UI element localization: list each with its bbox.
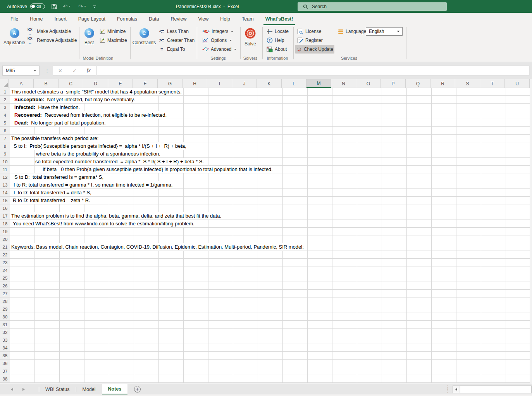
ribbon-tab-formulas[interactable]: Formulas <box>111 13 143 25</box>
name-box[interactable]: M95 <box>2 66 40 76</box>
column-header-p[interactable]: P <box>381 79 406 88</box>
options-button[interactable]: Options <box>201 36 233 45</box>
row-header-16[interactable]: 16 <box>0 204 10 212</box>
horizontal-scrollbar[interactable] <box>453 386 532 393</box>
adjustable-button[interactable]: A Adjustable <box>3 27 26 55</box>
minimize-button[interactable]: Minimize <box>98 27 127 36</box>
row-header-21[interactable]: 21 <box>0 243 10 251</box>
cell-text-row-7[interactable]: The possible transfers each period are: <box>11 135 100 142</box>
column-header-u[interactable]: U <box>505 79 530 88</box>
make-adjustable-button[interactable]: KX→ Make Adjustable <box>26 27 72 36</box>
sheet-tab-notes[interactable]: Notes <box>102 384 128 394</box>
advanced-button[interactable]: Advanced <box>201 45 238 54</box>
integers-button[interactable]: +01+ Integers <box>201 27 234 36</box>
row-header-34[interactable]: 34 <box>0 344 10 352</box>
row-header-24[interactable]: 24 <box>0 266 10 274</box>
ribbon-tab-what-sbest[interactable]: What'sBest! <box>260 13 299 25</box>
constraints-button[interactable]: C Constraints <box>132 27 156 55</box>
search-input[interactable] <box>312 4 436 9</box>
column-header-k[interactable]: K <box>257 79 282 88</box>
ribbon-tab-data[interactable]: Data <box>143 13 165 25</box>
redo-dropdown-icon[interactable]: ▾ <box>84 5 86 8</box>
column-header-g[interactable]: G <box>158 79 182 88</box>
ribbon-tab-help[interactable]: Help <box>214 13 236 25</box>
language-select[interactable]: English <box>366 27 403 36</box>
row-header-37[interactable]: 37 <box>0 367 10 375</box>
row-header-29[interactable]: 29 <box>0 305 10 313</box>
row-header-23[interactable]: 23 <box>0 259 10 266</box>
column-header-c[interactable]: C <box>59 79 83 88</box>
less-than-button[interactable]: <= Less Than <box>157 27 190 36</box>
cancel-icon[interactable]: ✕ <box>58 68 62 74</box>
row-header-8[interactable]: 8 <box>0 142 10 150</box>
cell-text-row-14[interactable]: I to D: total transferred = delta * S, <box>14 189 93 196</box>
row-header-14[interactable]: 14 <box>0 189 10 197</box>
column-header-b[interactable]: B <box>34 79 59 88</box>
ribbon-tab-page-layout[interactable]: Page Layout <box>72 13 111 25</box>
column-header-h[interactable]: H <box>182 79 207 88</box>
insert-function-icon[interactable]: fx <box>87 67 91 74</box>
cell-text-row-2[interactable]: Susceptible: Not yet infected, but may b… <box>14 96 136 103</box>
ribbon-tab-team[interactable]: Team <box>236 13 260 25</box>
cell-text-row-3[interactable]: Infected: Have the infection. <box>14 104 81 111</box>
cell-text-row-18[interactable]: You need What'sBest! from www.lindo.com … <box>13 220 196 227</box>
column-header-d[interactable]: D <box>83 79 108 88</box>
row-header-36[interactable]: 36 <box>0 360 10 367</box>
equal-to-button[interactable]: = Equal To <box>157 45 186 54</box>
column-header-m[interactable]: M <box>306 79 331 88</box>
best-button[interactable]: B Best <box>79 27 99 55</box>
cell-text-row-21[interactable]: Keywords: Bass model, Chain reaction, Co… <box>11 243 305 251</box>
row-header-26[interactable]: 26 <box>0 282 10 290</box>
sheet-tab-wb-status[interactable]: WB! Status <box>39 384 76 394</box>
search-box[interactable] <box>298 2 447 11</box>
cell-text-row-17[interactable]: The estimation problem is to find the al… <box>11 212 222 220</box>
remove-adjustable-button[interactable]: KX← Remove Adjustable <box>26 36 78 45</box>
sheet-tab-model[interactable]: Model <box>76 384 102 394</box>
ribbon-tab-home[interactable]: Home <box>24 13 48 25</box>
row-header-19[interactable]: 19 <box>0 228 10 235</box>
column-header-o[interactable]: O <box>356 79 381 88</box>
row-header-31[interactable]: 31 <box>0 321 10 329</box>
formula-input[interactable] <box>97 66 530 76</box>
cell-text-row-1[interactable]: This model estimates a simple "SIR" mode… <box>11 88 183 95</box>
cell-text-row-4[interactable]: Recovered: Recovered from infection, not… <box>14 111 168 119</box>
row-header-11[interactable]: 11 <box>0 166 10 173</box>
ribbon-tab-file[interactable]: File <box>5 13 24 25</box>
spreadsheet-grid[interactable]: 1234567891011121314151617181920212223242… <box>0 88 530 383</box>
sheet-nav-right-icon[interactable] <box>22 388 25 391</box>
row-header-38[interactable]: 38 <box>0 375 10 383</box>
maximize-button[interactable]: Maximize <box>98 36 128 45</box>
cell-text-row-8[interactable]: S to I: Prob{ Susceptible person gets in… <box>14 142 188 150</box>
ribbon-tab-insert[interactable]: Insert <box>49 13 72 25</box>
row-header-18[interactable]: 18 <box>0 220 10 228</box>
column-header-l[interactable]: L <box>282 79 306 88</box>
undo-icon[interactable]: ↶▾ <box>63 0 71 13</box>
row-header-9[interactable]: 9 <box>0 150 10 158</box>
tabbar-grip[interactable]: ⋮⋮ <box>446 386 450 393</box>
cell-text-row-13[interactable]: I to R: total transferred = gamma * I, s… <box>14 181 174 188</box>
select-all-corner[interactable] <box>0 79 9 88</box>
save-icon[interactable] <box>51 0 57 13</box>
cell-text-row-12[interactable]: S to D: total transferred is = gamma* S, <box>14 173 105 181</box>
cell-text-row-15[interactable]: R to D: total transferred = zeta * R. <box>13 197 91 204</box>
autosave-toggle[interactable]: Off <box>30 3 45 9</box>
locate-button[interactable]: Locate <box>265 27 290 36</box>
row-header-7[interactable]: 7 <box>0 135 10 142</box>
cell-text-row-11[interactable]: If beta= 0 then Prob{a given susceptible… <box>43 166 274 173</box>
column-header-q[interactable]: Q <box>406 79 430 88</box>
vertical-scrollbar[interactable] <box>530 79 532 383</box>
cell-text-row-10[interactable]: so total expected number transferred = a… <box>35 158 205 165</box>
check-update-button[interactable]: Check Update <box>295 45 334 54</box>
row-header-27[interactable]: 27 <box>0 290 10 297</box>
ribbon-tab-review[interactable]: Review <box>165 13 192 25</box>
cell-text-row-9[interactable]: where beta is the probability of a spont… <box>36 150 162 157</box>
row-header-5[interactable]: 5 <box>0 119 10 127</box>
enter-icon[interactable]: ✓ <box>72 68 77 74</box>
column-header-e[interactable]: E <box>108 79 133 88</box>
column-header-f[interactable]: F <box>133 79 158 88</box>
row-header-12[interactable]: 12 <box>0 173 10 181</box>
row-header-4[interactable]: 4 <box>0 111 10 119</box>
sheet-nav-left-icon[interactable] <box>11 388 13 391</box>
ribbon-tab-view[interactable]: View <box>192 13 214 25</box>
license-button[interactable]: License <box>296 27 322 36</box>
